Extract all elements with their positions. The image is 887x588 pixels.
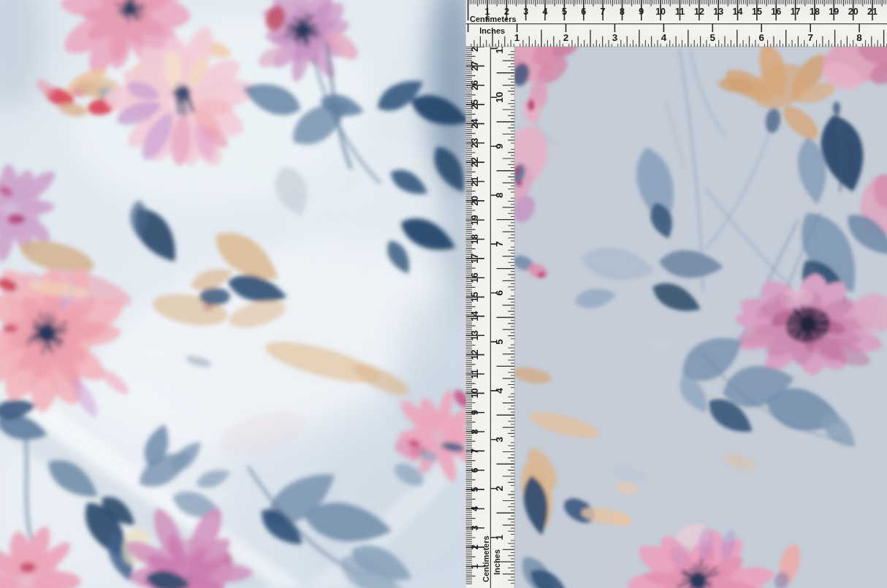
svg-text:25: 25 [470,99,480,110]
svg-text:7: 7 [470,448,480,454]
svg-text:13: 13 [470,330,480,340]
svg-text:6: 6 [758,32,764,43]
svg-text:2: 2 [494,486,505,492]
svg-text:17: 17 [470,253,480,264]
svg-text:3: 3 [612,32,618,43]
svg-text:19: 19 [470,215,480,225]
svg-text:7: 7 [807,32,813,43]
svg-text:24: 24 [470,118,480,129]
svg-text:23: 23 [470,138,480,148]
svg-text:21: 21 [867,7,878,17]
svg-text:10: 10 [494,92,505,103]
svg-text:8: 8 [494,192,505,198]
svg-text:12: 12 [694,7,704,17]
svg-text:8: 8 [620,7,625,17]
svg-text:11: 11 [675,7,685,17]
svg-text:3: 3 [523,7,528,17]
svg-text:17: 17 [791,7,801,17]
svg-text:18: 18 [810,7,820,17]
svg-text:8: 8 [856,32,862,43]
svg-text:16: 16 [470,272,480,283]
svg-text:6: 6 [581,7,586,17]
svg-text:20: 20 [470,196,480,206]
svg-text:Centimeters: Centimeters [481,535,490,582]
svg-text:5: 5 [562,7,567,17]
svg-text:8: 8 [470,429,480,434]
svg-text:5: 5 [470,487,480,492]
svg-text:2: 2 [563,32,569,43]
svg-text:7: 7 [494,241,505,247]
svg-text:6: 6 [494,290,505,296]
svg-text:20: 20 [848,7,859,17]
svg-text:12: 12 [470,350,480,360]
svg-text:9: 9 [494,143,505,149]
svg-text:18: 18 [470,234,480,245]
svg-text:11: 11 [470,369,480,378]
svg-text:3: 3 [470,525,480,530]
svg-text:10: 10 [655,7,666,17]
svg-text:Inches: Inches [479,26,505,35]
svg-text:5: 5 [494,339,505,345]
svg-text:4: 4 [543,7,548,17]
svg-text:2: 2 [470,545,480,550]
svg-text:9: 9 [639,7,644,17]
svg-text:9: 9 [470,410,480,415]
svg-text:19: 19 [829,7,839,17]
svg-text:1: 1 [470,564,480,569]
svg-text:4: 4 [470,506,480,511]
svg-text:4: 4 [661,32,667,43]
svg-text:21: 21 [470,177,480,187]
svg-text:16: 16 [771,7,781,17]
svg-text:15: 15 [752,7,762,17]
svg-text:3: 3 [494,437,505,443]
svg-text:Centimeters: Centimeters [470,15,517,23]
svg-text:13: 13 [713,7,723,17]
svg-text:15: 15 [470,292,480,302]
svg-text:6: 6 [470,467,480,473]
svg-text:22: 22 [470,157,480,167]
svg-text:10: 10 [470,388,480,398]
svg-text:Inches: Inches [492,549,501,575]
svg-text:4: 4 [494,388,505,394]
svg-text:14: 14 [733,7,743,17]
svg-text:1: 1 [494,534,505,540]
svg-text:1: 1 [514,32,520,43]
svg-text:14: 14 [470,311,480,321]
svg-text:27: 27 [470,61,480,71]
svg-text:7: 7 [601,7,606,17]
svg-text:26: 26 [470,80,480,91]
svg-text:5: 5 [710,32,716,43]
